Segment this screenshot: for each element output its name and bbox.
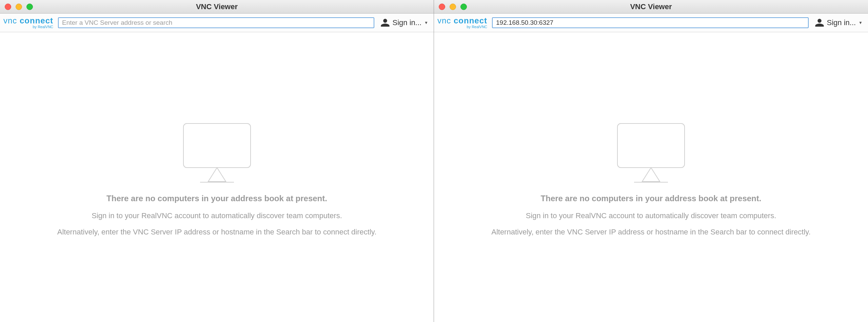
empty-line-2: Alternatively, enter the VNC Server IP a… [57,228,377,236]
toolbar: vnc connect by RealVNC Sign in... ▼ [0,14,434,32]
toolbar: vnc connect by RealVNC Sign in... ▼ [434,14,868,32]
window-controls [439,3,467,10]
empty-line-2: Alternatively, enter the VNC Server IP a… [491,228,811,236]
zoom-window-button[interactable] [460,3,467,10]
logo-text-a: vnc [437,16,454,25]
close-window-button[interactable] [5,3,11,10]
empty-heading: There are no computers in your address b… [106,194,327,203]
logo-text: vnc connect [437,17,487,25]
chevron-down-icon: ▼ [859,20,863,25]
window-title: VNC Viewer [0,2,434,11]
monitor-icon [617,123,685,184]
titlebar[interactable]: VNC Viewer [434,0,868,14]
minimize-window-button[interactable] [450,3,456,10]
vnc-connect-logo: vnc connect by RealVNC [3,17,53,29]
empty-line-1: Sign in to your RealVNC account to autom… [92,211,342,220]
empty-state: There are no computers in your address b… [434,32,868,322]
sign-in-label: Sign in... [393,18,422,27]
logo-subtext: by RealVNC [33,25,54,29]
svg-rect-2 [617,124,685,168]
empty-heading: There are no computers in your address b… [541,194,762,203]
empty-line-1: Sign in to your RealVNC account to autom… [526,211,776,220]
window-left: VNC Viewer vnc connect by RealVNC Sign i… [0,0,434,322]
window-title: VNC Viewer [434,2,868,11]
window-right: VNC Viewer vnc connect by RealVNC Sign i… [434,0,868,322]
titlebar[interactable]: VNC Viewer [0,0,434,14]
sign-in-dropdown[interactable]: Sign in... ▼ [813,18,864,27]
logo-text-a: vnc [3,16,20,25]
address-search-input[interactable] [58,17,374,28]
logo-text-b: connect [20,16,53,25]
minimize-window-button[interactable] [16,3,22,10]
chevron-down-icon: ▼ [424,20,428,25]
sign-in-label: Sign in... [827,18,856,27]
close-window-button[interactable] [439,3,445,10]
svg-rect-0 [183,124,251,168]
address-search-input[interactable] [492,17,808,28]
logo-subtext: by RealVNC [467,25,488,29]
window-controls [5,3,33,10]
logo-text-b: connect [454,16,487,25]
vnc-connect-logo: vnc connect by RealVNC [437,17,487,29]
zoom-window-button[interactable] [26,3,33,10]
monitor-icon [183,123,251,184]
user-icon [815,18,824,27]
sign-in-dropdown[interactable]: Sign in... ▼ [379,18,430,27]
logo-text: vnc connect [3,17,53,25]
empty-state: There are no computers in your address b… [0,32,434,322]
user-icon [380,18,390,27]
